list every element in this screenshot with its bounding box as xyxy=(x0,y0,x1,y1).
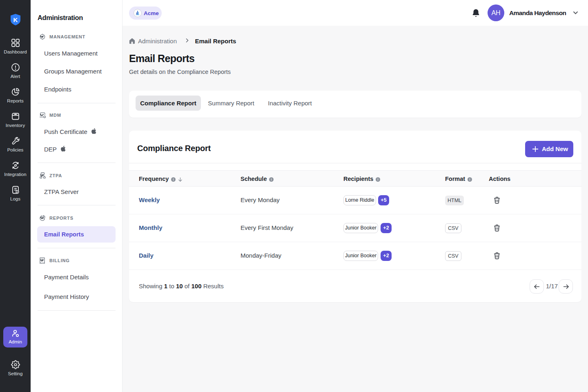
svg-text:K: K xyxy=(13,16,18,23)
